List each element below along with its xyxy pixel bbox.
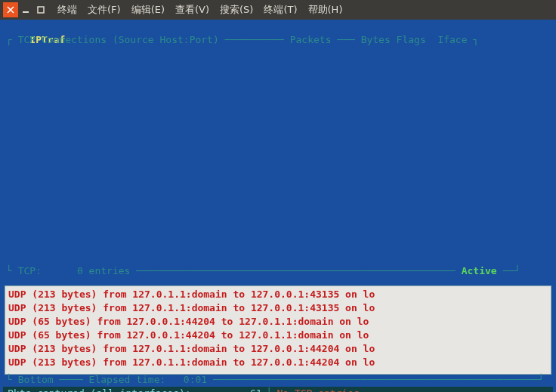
menu-view[interactable]: 查看(V) xyxy=(175,3,209,17)
col-flags: Flags xyxy=(397,34,426,45)
minimize-icon[interactable] xyxy=(18,2,33,17)
udp-panel: UDP (213 bytes) from 127.0.1.1:domain to… xyxy=(5,286,551,375)
svg-rect-1 xyxy=(38,7,44,13)
udp-line: UDP (213 bytes) from 127.0.1.1:domain to… xyxy=(8,356,548,369)
menu-edit[interactable]: 编辑(E) xyxy=(131,3,165,17)
close-icon[interactable] xyxy=(3,2,18,17)
app-title: IPTraf xyxy=(0,20,556,33)
udp-footer-line: └ Bottom ──── Elapsed time: 0:01 ───────… xyxy=(0,373,556,387)
tcp-header-line: ┌ TCP Connections (Source Host:Port) ───… xyxy=(0,33,556,47)
tcp-summary-line: └ TCP: 0 entries ───────────────────────… xyxy=(0,264,556,278)
svg-rect-0 xyxy=(23,11,29,13)
tcp-active-label: Active xyxy=(462,265,497,276)
udp-line: UDP (213 bytes) from 127.0.1.1:domain to… xyxy=(8,288,548,301)
stats-bar: Pkts captured (all interfaces): 61 │ No … xyxy=(3,387,553,392)
menu-file[interactable]: 文件(F) xyxy=(88,3,121,17)
elapsed-label: Elapsed time: xyxy=(89,374,166,385)
menu-help[interactable]: 帮助(H) xyxy=(308,3,343,17)
col-iface: Iface xyxy=(437,34,467,45)
col-bytes: Bytes xyxy=(361,34,391,45)
maximize-icon[interactable] xyxy=(33,2,48,17)
elapsed-value: 0:01 xyxy=(184,374,207,385)
tcp-entries-count: 0 xyxy=(77,265,83,276)
stats-separator: │ xyxy=(262,387,277,392)
bottom-label: Bottom xyxy=(18,374,54,385)
menu-terminal[interactable]: 终端 xyxy=(57,3,77,17)
udp-line: UDP (213 bytes) from 127.0.1.1:domain to… xyxy=(8,342,548,356)
window-titlebar: 终端 文件(F) 编辑(E) 查看(V) 搜索(S) 终端(T) 帮助(H) xyxy=(0,0,556,20)
tcp-entries-word: entries xyxy=(89,265,131,276)
menu-bar: 终端 文件(F) 编辑(E) 查看(V) 搜索(S) 终端(T) 帮助(H) xyxy=(57,3,342,17)
window-controls xyxy=(3,2,48,17)
tcp-label: TCP: xyxy=(18,265,42,276)
no-tcp-entries: No TCP entries xyxy=(276,387,360,392)
terminal-area[interactable]: IPTraf ┌ TCP Connections (Source Host:Po… xyxy=(0,20,556,392)
menu-term[interactable]: 终端(T) xyxy=(264,3,297,17)
col-packets: Packets xyxy=(290,34,332,45)
col-tcp-connections: TCP Connections (Source Host:Port) xyxy=(18,34,219,45)
menu-search[interactable]: 搜索(S) xyxy=(220,3,253,17)
udp-line: UDP (65 bytes) from 127.0.0.1:44204 to 1… xyxy=(8,315,548,329)
captured-value: 61 xyxy=(250,387,262,392)
captured-label: Pkts captured (all interfaces): xyxy=(8,387,191,392)
udp-line: UDP (65 bytes) from 127.0.0.1:44204 to 1… xyxy=(8,329,548,342)
udp-line: UDP (213 bytes) from 127.0.1.1:domain to… xyxy=(8,301,548,315)
